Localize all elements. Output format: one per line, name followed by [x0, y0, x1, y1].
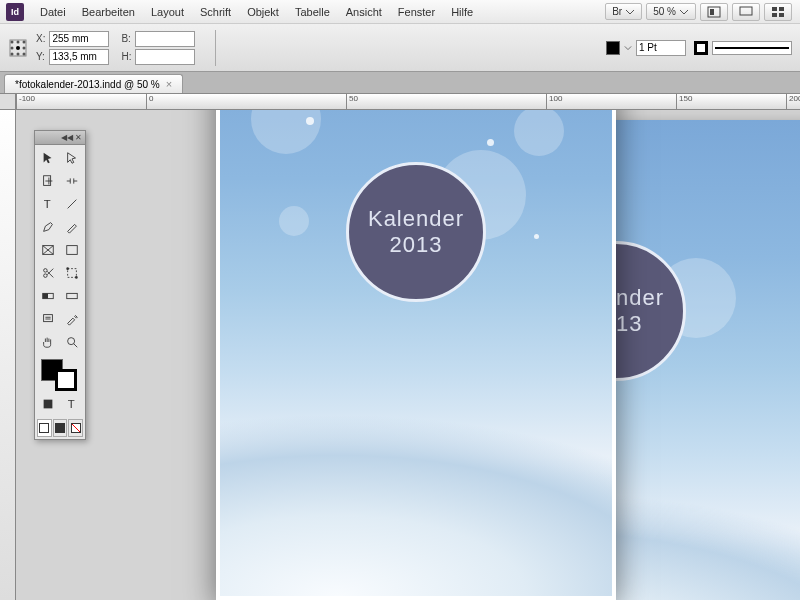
svg-rect-5 [772, 13, 777, 17]
reference-point-icon[interactable] [8, 38, 28, 58]
ruler-tick: 50 [346, 94, 358, 110]
stroke-swatch[interactable] [694, 41, 708, 55]
app-icon: Id [6, 3, 24, 21]
menu-layout[interactable]: Layout [143, 6, 192, 18]
tab-title: *fotokalender-2013.indd @ 50 % [15, 79, 160, 90]
menu-bearbeiten[interactable]: Bearbeiten [74, 6, 143, 18]
chevron-down-icon[interactable] [624, 44, 632, 52]
menu-tabelle[interactable]: Tabelle [287, 6, 338, 18]
gradient-feather-tool[interactable] [61, 285, 84, 307]
x-label: X: [36, 33, 45, 44]
format-text-button[interactable]: T [61, 393, 84, 415]
calendar-page-preview: Kalender 2013 [216, 110, 616, 600]
pen-tool[interactable] [37, 216, 60, 238]
eyedropper-icon [65, 312, 79, 326]
fill-stroke-group [606, 40, 686, 56]
ruler-corner [0, 94, 16, 110]
rectangle-tool[interactable] [61, 239, 84, 261]
line-icon [65, 197, 79, 211]
w-input[interactable] [135, 31, 195, 47]
document-tab[interactable]: *fotokalender-2013.indd @ 50 % × [4, 74, 183, 93]
ruler-tick: 100 [546, 94, 562, 110]
rect-icon [65, 243, 79, 257]
rectangle-frame-tool[interactable] [37, 239, 60, 261]
type-icon: T [41, 197, 55, 211]
chevron-down-icon [679, 7, 689, 17]
menu-ansicht[interactable]: Ansicht [338, 6, 390, 18]
zoom-icon [65, 335, 79, 349]
svg-rect-4 [779, 7, 784, 11]
stroke-color[interactable] [55, 369, 77, 391]
rect-frame-icon [41, 243, 55, 257]
svg-point-24 [66, 267, 69, 270]
chevron-down-icon [625, 7, 635, 17]
svg-rect-28 [67, 293, 78, 298]
selection-icon [41, 151, 55, 165]
svg-point-8 [11, 40, 14, 43]
canvas[interactable]: Kalender 2013 Kalender 2013 [16, 110, 800, 600]
gap-icon [65, 174, 79, 188]
document-tab-bar: *fotokalender-2013.indd @ 50 % × [0, 72, 800, 94]
note-tool[interactable] [37, 308, 60, 330]
fill-swatch[interactable] [606, 41, 620, 55]
pencil-tool[interactable] [61, 216, 84, 238]
eyedropper-tool[interactable] [61, 308, 84, 330]
menu-datei[interactable]: Datei [32, 6, 74, 18]
view-mode-button[interactable] [700, 3, 728, 21]
svg-rect-2 [740, 7, 752, 15]
svg-point-30 [67, 338, 74, 345]
svg-rect-27 [43, 293, 48, 298]
zoom-tool[interactable] [61, 331, 84, 353]
grid-icon [771, 6, 785, 18]
h-input[interactable] [135, 49, 195, 65]
free-transform-tool[interactable] [61, 262, 84, 284]
stroke-style-dropdown[interactable] [712, 41, 792, 55]
bleed-mode[interactable] [68, 419, 83, 437]
calendar-title: Kalender [368, 206, 464, 232]
page-tool[interactable] [37, 170, 60, 192]
menu-schrift[interactable]: Schrift [192, 6, 239, 18]
hand-tool[interactable] [37, 331, 60, 353]
gradient-swatch-tool[interactable] [37, 285, 60, 307]
fill-stroke-swatches[interactable] [35, 355, 85, 391]
stroke-weight-input[interactable] [636, 40, 686, 56]
zoom-dropdown[interactable]: 50 % [646, 3, 696, 20]
size-group: B: H: [121, 31, 195, 65]
line-tool[interactable] [61, 193, 84, 215]
calendar-badge: Kalender 2013 [346, 162, 486, 302]
svg-text:T: T [44, 198, 51, 210]
x-input[interactable] [49, 31, 109, 47]
text-format-icon: T [65, 397, 79, 411]
pencil-icon [65, 220, 79, 234]
svg-rect-1 [710, 9, 714, 15]
panel-header[interactable]: ◀◀ ✕ [35, 131, 85, 145]
screen-icon [739, 6, 753, 18]
hand-icon [41, 335, 55, 349]
svg-point-9 [17, 40, 20, 43]
view-mode-row [35, 417, 85, 439]
menu-fenster[interactable]: Fenster [390, 6, 443, 18]
w-label: B: [121, 33, 131, 44]
menu-hilfe[interactable]: Hilfe [443, 6, 481, 18]
y-input[interactable] [49, 49, 109, 65]
bridge-button[interactable]: Br [605, 3, 642, 20]
normal-mode[interactable] [37, 419, 52, 437]
vertical-ruler [0, 110, 16, 600]
h-label: H: [121, 51, 131, 62]
selection-tool[interactable] [37, 147, 60, 169]
page-icon [41, 174, 55, 188]
close-icon[interactable]: × [166, 78, 172, 90]
arrange-button[interactable] [764, 3, 792, 21]
scissors-tool[interactable] [37, 262, 60, 284]
type-tool[interactable]: T [37, 193, 60, 215]
gradient-icon [41, 289, 55, 303]
preview-mode[interactable] [53, 419, 68, 437]
menu-objekt[interactable]: Objekt [239, 6, 287, 18]
screen-mode-button[interactable] [732, 3, 760, 21]
svg-rect-31 [44, 400, 53, 409]
menu-bar: Id Datei Bearbeiten Layout Schrift Objek… [0, 0, 800, 24]
direct-selection-tool[interactable] [61, 147, 84, 169]
gap-tool[interactable] [61, 170, 84, 192]
apply-color-button[interactable] [37, 393, 60, 415]
y-label: Y: [36, 51, 45, 62]
